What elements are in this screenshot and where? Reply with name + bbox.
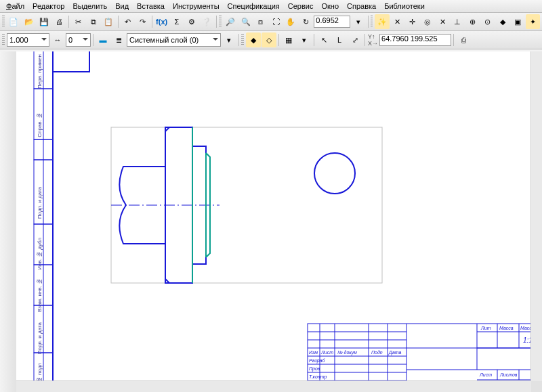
scale-combo[interactable]: 1.000 <box>7 33 49 47</box>
sheet-frame <box>53 51 539 381</box>
svg-text:Т.контр: Т.контр <box>309 374 327 380</box>
svg-text:Изм: Изм <box>309 350 318 355</box>
end-view-circle[interactable] <box>314 153 355 194</box>
menu-editor[interactable]: Редактор <box>29 1 68 11</box>
menu-insert[interactable]: Вставка <box>133 1 168 11</box>
scroll-corner <box>531 381 542 392</box>
style-icon[interactable]: ▬ <box>96 32 110 47</box>
zoom-fit-icon[interactable]: ⛶ <box>269 14 283 29</box>
grid-drop-icon[interactable]: ▾ <box>297 32 312 47</box>
toolbar-grip[interactable] <box>241 34 244 46</box>
paste-icon[interactable]: 📋 <box>101 14 115 29</box>
toolbar-grip[interactable] <box>219 16 222 28</box>
snap-end-icon[interactable]: ✕ <box>390 14 404 29</box>
snap-intersect-icon[interactable]: ✕ <box>435 14 449 29</box>
snap-mid-icon[interactable]: ✛ <box>405 14 419 29</box>
snap-center-icon[interactable]: ◎ <box>420 14 434 29</box>
misc-btn-icon[interactable]: ⎙ <box>456 32 471 47</box>
menu-file[interactable]: Файл <box>3 1 28 11</box>
zoom-dropdown-icon[interactable]: ▾ <box>351 14 365 29</box>
side-label: Перв. примен <box>37 54 43 89</box>
svg-text:Листов: Листов <box>499 372 518 377</box>
zoom-in-icon[interactable]: 🔎 <box>224 14 238 29</box>
zoom-value-input[interactable]: 0.6952 <box>314 16 350 28</box>
menu-libraries[interactable]: Библиотеки <box>381 1 428 11</box>
cut-icon[interactable]: ✂ <box>71 14 85 29</box>
side-label: Подп. и дата <box>37 322 43 354</box>
step-combo[interactable]: 0 <box>66 33 91 47</box>
coordinates-input[interactable]: 64.7960 199.525 <box>379 34 451 46</box>
toolbar-grip[interactable] <box>2 34 5 46</box>
menu-bar: Файл Редактор Выделить Вид Вставка Инстр… <box>0 0 542 13</box>
menu-spec[interactable]: Спецификация <box>224 1 283 11</box>
snap-toggle-icon[interactable]: ✨ <box>375 14 389 29</box>
copy-icon[interactable]: ⧉ <box>86 14 100 29</box>
zoom-out-icon[interactable]: 🔍 <box>238 14 253 29</box>
snap-dyn-icon[interactable]: ✦ <box>526 14 540 29</box>
open-icon[interactable]: 📂 <box>22 14 36 29</box>
redraw-icon[interactable]: ↻ <box>299 14 313 29</box>
snap-near-icon[interactable]: ⊙ <box>480 14 495 29</box>
svg-text:Лист: Лист <box>479 372 492 377</box>
snap-perp-icon[interactable]: ⊥ <box>451 14 465 29</box>
pan-icon[interactable]: ✋ <box>284 14 298 29</box>
snap-quad-icon[interactable]: ▣ <box>511 14 525 29</box>
svg-text:Масса: Масса <box>499 326 514 330</box>
undo-icon[interactable]: ↶ <box>121 14 135 29</box>
side-label: Справ. № <box>37 112 43 137</box>
title-block-text: ИзмЛист № докум Подп Дата Разраб Пров Т.… <box>308 326 542 381</box>
menu-select[interactable]: Выделить <box>69 1 110 11</box>
svg-text:№ докум: № докум <box>337 350 357 355</box>
redo-icon[interactable]: ↷ <box>136 14 150 29</box>
frame-notch <box>53 51 89 72</box>
menu-service[interactable]: Сервис <box>285 1 317 11</box>
menu-tools[interactable]: Инструменты <box>169 1 223 11</box>
svg-text:Разраб: Разраб <box>309 358 325 364</box>
svg-text:Лит: Лит <box>480 326 491 330</box>
sigma-icon[interactable]: Σ <box>169 14 184 29</box>
new-icon[interactable]: 📄 <box>7 14 21 29</box>
snap-node-icon[interactable]: ◆ <box>495 14 509 29</box>
cursor-icon[interactable]: ↖ <box>316 32 331 47</box>
menu-help[interactable]: Справка <box>343 1 379 11</box>
fx-icon[interactable]: f(x) <box>154 14 169 29</box>
ortho-icon[interactable]: L <box>332 32 347 47</box>
snap-tangent-icon[interactable]: ⊕ <box>465 14 480 29</box>
layers-icon[interactable]: ≣ <box>111 32 126 47</box>
drawing-canvas[interactable]: ИзмЛист № докум Подп Дата Разраб Пров Т.… <box>16 51 542 381</box>
help-icon[interactable]: ❔ <box>200 14 214 29</box>
side-label: Взам. инв. № <box>37 278 43 312</box>
svg-text:Лист: Лист <box>320 350 333 355</box>
menu-window[interactable]: Окно <box>318 1 342 11</box>
toolbar-standard: 📄 📂 💾 🖨 ✂ ⧉ 📋 ↶ ↷ f(x) Σ ⚙ ❔ 🔎 🔍 ⧈ ⛶ ✋ ↻… <box>0 13 542 31</box>
toolbar-grip[interactable] <box>2 16 5 28</box>
horizontal-scrollbar[interactable] <box>16 380 531 392</box>
local-cs-icon[interactable]: ⤢ <box>348 32 362 47</box>
toolbar-grip[interactable] <box>371 16 373 28</box>
svg-text:Пров: Пров <box>309 366 320 372</box>
zoom-window-icon[interactable]: ⧈ <box>253 14 268 29</box>
svg-text:Дата: Дата <box>388 350 402 355</box>
linetype-icon[interactable]: ↔ <box>50 32 65 47</box>
mode-1-icon[interactable]: ◆ <box>246 32 261 47</box>
toolbar-left <box>0 51 17 392</box>
svg-text:Подп: Подп <box>371 350 383 355</box>
save-icon[interactable]: 💾 <box>37 14 51 29</box>
vertical-scrollbar[interactable] <box>530 51 542 381</box>
side-label: Подп. и дата <box>37 187 43 219</box>
toolbar-properties: 1.000 ↔ 0 ▬ ≣ Системный слой (0) ▾ ◆ ◇ ▦… <box>0 31 542 49</box>
menu-view[interactable]: Вид <box>112 1 132 11</box>
print-icon[interactable]: 🖨 <box>52 14 66 29</box>
side-label: Инв. № дубл <box>37 238 43 270</box>
layer-manager-icon[interactable]: ▾ <box>222 32 236 47</box>
gear-icon[interactable]: ⚙ <box>185 14 199 29</box>
grid-icon[interactable]: ▦ <box>281 32 296 47</box>
layer-combo[interactable]: Системный слой (0) <box>127 33 221 47</box>
mode-2-icon[interactable]: ◇ <box>262 32 276 47</box>
